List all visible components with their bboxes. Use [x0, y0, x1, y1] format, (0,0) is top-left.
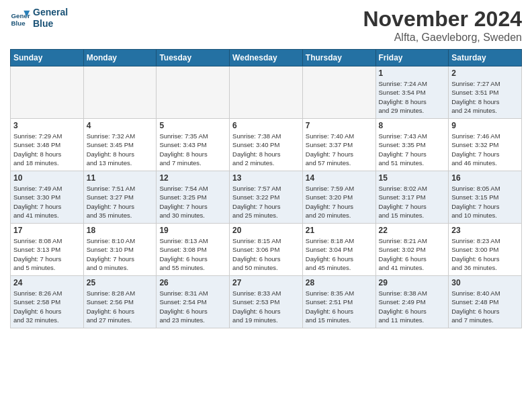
- calendar-cell: 13Sunrise: 7:57 AM Sunset: 3:22 PM Dayli…: [230, 171, 303, 224]
- day-number: 3: [13, 121, 81, 130]
- day-info: Sunrise: 8:28 AM Sunset: 2:56 PM Dayligh…: [87, 289, 154, 324]
- day-number: 1: [379, 68, 446, 78]
- day-info: Sunrise: 8:31 AM Sunset: 2:54 PM Dayligh…: [159, 289, 226, 324]
- logo-line2: Blue: [33, 18, 68, 30]
- calendar-week-row: 17Sunrise: 8:08 AM Sunset: 3:13 PM Dayli…: [11, 224, 522, 276]
- day-number: 10: [13, 173, 81, 183]
- day-info: Sunrise: 7:49 AM Sunset: 3:30 PM Dayligh…: [13, 184, 81, 220]
- calendar-cell: 6Sunrise: 7:38 AM Sunset: 3:40 PM Daylig…: [230, 119, 303, 171]
- day-number: 13: [232, 173, 300, 183]
- day-info: Sunrise: 8:26 AM Sunset: 2:58 PM Dayligh…: [13, 289, 81, 324]
- day-info: Sunrise: 8:38 AM Sunset: 2:49 PM Dayligh…: [379, 289, 446, 324]
- day-info: Sunrise: 7:40 AM Sunset: 3:37 PM Dayligh…: [306, 132, 373, 167]
- calendar-cell: 10Sunrise: 7:49 AM Sunset: 3:30 PM Dayli…: [11, 171, 84, 224]
- calendar-header: SundayMondayTuesdayWednesdayThursdayFrid…: [11, 50, 522, 66]
- day-info: Sunrise: 7:57 AM Sunset: 3:22 PM Dayligh…: [232, 184, 300, 220]
- calendar-cell: 5Sunrise: 7:35 AM Sunset: 3:43 PM Daylig…: [157, 119, 230, 171]
- day-info: Sunrise: 7:46 AM Sunset: 3:32 PM Dayligh…: [451, 132, 519, 167]
- day-number: 19: [159, 226, 226, 235]
- calendar-cell: [230, 66, 303, 119]
- day-info: Sunrise: 8:21 AM Sunset: 3:02 PM Dayligh…: [379, 236, 446, 272]
- calendar-body: 1Sunrise: 7:24 AM Sunset: 3:54 PM Daylig…: [11, 66, 522, 328]
- calendar-cell: 11Sunrise: 7:51 AM Sunset: 3:27 PM Dayli…: [83, 171, 157, 224]
- calendar-week-row: 3Sunrise: 7:29 AM Sunset: 3:48 PM Daylig…: [11, 119, 522, 171]
- day-info: Sunrise: 8:40 AM Sunset: 2:48 PM Dayligh…: [451, 289, 519, 324]
- calendar-week-row: 24Sunrise: 8:26 AM Sunset: 2:58 PM Dayli…: [11, 276, 522, 328]
- calendar-cell: 27Sunrise: 8:33 AM Sunset: 2:53 PM Dayli…: [230, 276, 303, 328]
- day-number: 2: [451, 68, 519, 78]
- day-number: 5: [159, 121, 226, 130]
- weekday-header: Friday: [375, 50, 449, 66]
- day-number: 20: [232, 226, 300, 235]
- calendar-cell: [11, 66, 84, 119]
- day-info: Sunrise: 7:43 AM Sunset: 3:35 PM Dayligh…: [379, 132, 446, 167]
- calendar-cell: 16Sunrise: 8:05 AM Sunset: 3:15 PM Dayli…: [449, 171, 522, 224]
- calendar-cell: 20Sunrise: 8:15 AM Sunset: 3:06 PM Dayli…: [230, 224, 303, 276]
- day-info: Sunrise: 8:13 AM Sunset: 3:08 PM Dayligh…: [159, 236, 226, 272]
- calendar-cell: [157, 66, 230, 119]
- logo-icon: General Blue: [10, 8, 30, 28]
- calendar-cell: [83, 66, 157, 119]
- day-info: Sunrise: 7:54 AM Sunset: 3:25 PM Dayligh…: [159, 184, 226, 220]
- weekday-header: Tuesday: [157, 50, 230, 66]
- calendar-cell: 23Sunrise: 8:23 AM Sunset: 3:00 PM Dayli…: [449, 224, 522, 276]
- day-number: 12: [159, 173, 226, 183]
- day-number: 6: [232, 121, 300, 130]
- logo: General Blue General Blue: [10, 7, 68, 30]
- calendar-week-row: 10Sunrise: 7:49 AM Sunset: 3:30 PM Dayli…: [11, 171, 522, 224]
- weekday-header: Thursday: [302, 50, 375, 66]
- day-info: Sunrise: 7:35 AM Sunset: 3:43 PM Dayligh…: [159, 132, 226, 167]
- calendar-cell: 25Sunrise: 8:28 AM Sunset: 2:56 PM Dayli…: [83, 276, 157, 328]
- location-title: Alfta, Gaevleborg, Sweden: [363, 32, 522, 44]
- day-number: 17: [13, 226, 81, 235]
- day-info: Sunrise: 8:10 AM Sunset: 3:10 PM Dayligh…: [87, 236, 154, 272]
- day-info: Sunrise: 8:02 AM Sunset: 3:17 PM Dayligh…: [379, 184, 446, 220]
- day-info: Sunrise: 8:33 AM Sunset: 2:53 PM Dayligh…: [232, 289, 300, 324]
- day-info: Sunrise: 8:08 AM Sunset: 3:13 PM Dayligh…: [13, 236, 81, 272]
- calendar-table: SundayMondayTuesdayWednesdayThursdayFrid…: [10, 49, 522, 328]
- weekday-header: Sunday: [11, 50, 84, 66]
- calendar-cell: 21Sunrise: 8:18 AM Sunset: 3:04 PM Dayli…: [302, 224, 375, 276]
- day-number: 25: [87, 278, 154, 287]
- day-info: Sunrise: 8:35 AM Sunset: 2:51 PM Dayligh…: [306, 289, 373, 324]
- calendar-cell: 22Sunrise: 8:21 AM Sunset: 3:02 PM Dayli…: [375, 224, 449, 276]
- day-info: Sunrise: 8:15 AM Sunset: 3:06 PM Dayligh…: [232, 236, 300, 272]
- day-info: Sunrise: 7:29 AM Sunset: 3:48 PM Dayligh…: [13, 132, 81, 167]
- calendar-cell: 24Sunrise: 8:26 AM Sunset: 2:58 PM Dayli…: [11, 276, 84, 328]
- calendar-cell: 26Sunrise: 8:31 AM Sunset: 2:54 PM Dayli…: [157, 276, 230, 328]
- weekday-header: Saturday: [449, 50, 522, 66]
- day-info: Sunrise: 7:24 AM Sunset: 3:54 PM Dayligh…: [379, 79, 446, 115]
- day-number: 30: [451, 278, 519, 287]
- day-number: 27: [232, 278, 300, 287]
- title-block: November 2024 Alfta, Gaevleborg, Sweden: [363, 7, 522, 44]
- day-number: 7: [306, 121, 373, 130]
- day-info: Sunrise: 7:51 AM Sunset: 3:27 PM Dayligh…: [87, 184, 154, 220]
- calendar-cell: 9Sunrise: 7:46 AM Sunset: 3:32 PM Daylig…: [449, 119, 522, 171]
- logo-line1: General: [33, 7, 68, 18]
- day-number: 9: [451, 121, 519, 130]
- day-number: 16: [451, 173, 519, 183]
- weekday-header: Monday: [83, 50, 157, 66]
- calendar-cell: 8Sunrise: 7:43 AM Sunset: 3:35 PM Daylig…: [375, 119, 449, 171]
- day-number: 15: [379, 173, 446, 183]
- calendar-cell: 12Sunrise: 7:54 AM Sunset: 3:25 PM Dayli…: [157, 171, 230, 224]
- day-info: Sunrise: 8:05 AM Sunset: 3:15 PM Dayligh…: [451, 184, 519, 220]
- day-number: 23: [451, 226, 519, 235]
- calendar-cell: 28Sunrise: 8:35 AM Sunset: 2:51 PM Dayli…: [302, 276, 375, 328]
- calendar-cell: 19Sunrise: 8:13 AM Sunset: 3:08 PM Dayli…: [157, 224, 230, 276]
- day-info: Sunrise: 7:38 AM Sunset: 3:40 PM Dayligh…: [232, 132, 300, 167]
- calendar-cell: 15Sunrise: 8:02 AM Sunset: 3:17 PM Dayli…: [375, 171, 449, 224]
- day-number: 22: [379, 226, 446, 235]
- day-number: 26: [159, 278, 226, 287]
- calendar-cell: 7Sunrise: 7:40 AM Sunset: 3:37 PM Daylig…: [302, 119, 375, 171]
- day-number: 8: [379, 121, 446, 130]
- calendar-cell: 17Sunrise: 8:08 AM Sunset: 3:13 PM Dayli…: [11, 224, 84, 276]
- calendar-cell: 30Sunrise: 8:40 AM Sunset: 2:48 PM Dayli…: [449, 276, 522, 328]
- month-title: November 2024: [363, 7, 522, 32]
- weekday-header: Wednesday: [230, 50, 303, 66]
- calendar-cell: 4Sunrise: 7:32 AM Sunset: 3:45 PM Daylig…: [83, 119, 157, 171]
- day-number: 21: [306, 226, 373, 235]
- day-info: Sunrise: 8:18 AM Sunset: 3:04 PM Dayligh…: [306, 236, 373, 272]
- day-number: 11: [87, 173, 154, 183]
- day-number: 14: [306, 173, 373, 183]
